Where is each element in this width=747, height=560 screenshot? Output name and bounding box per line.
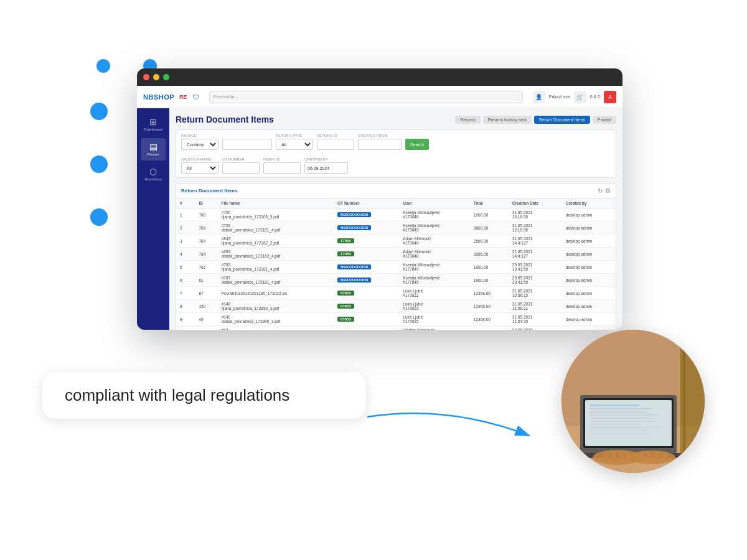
svg-rect-8 <box>590 411 646 413</box>
settings-icon[interactable]: ⚙ <box>605 187 611 194</box>
svg-rect-11 <box>590 421 655 422</box>
sidebar-item-prozori[interactable]: ▤ Prozori <box>141 138 166 161</box>
cell-total: 1000.00 <box>470 208 509 222</box>
shield-icon: 🛡 <box>192 93 199 101</box>
return-id-input[interactable] <box>317 139 354 150</box>
cell-num: 5 <box>176 261 195 274</box>
table-row[interactable]: 6 61 #187dobak_povratnica_172181_4.pdf N… <box>176 274 616 287</box>
prozori-icon: ▤ <box>149 142 157 151</box>
created-by-input[interactable] <box>304 162 348 174</box>
cell-user: Ksenija Milosavljević#173046 <box>399 208 470 222</box>
nav-search-box[interactable]: Pretrežite... <box>209 91 523 103</box>
roostblue-icon: ⬡ <box>149 167 157 176</box>
cell-date: 31.05.202114:4:127 <box>509 235 562 248</box>
date-from-input[interactable] <box>358 139 402 150</box>
laptop-illustration <box>561 330 705 473</box>
sidebar: ⊞ Dashboard ▤ Prozori ⬡ Roostblue <box>137 108 169 330</box>
svg-rect-23 <box>639 452 644 461</box>
sidebar-item-dashboard[interactable]: ⊞ Dashboard <box>141 113 166 136</box>
cell-filename: #140tijana_povratnica_172890_3.pdf <box>218 300 334 313</box>
browser-chrome <box>137 68 622 86</box>
cell-ot-number: NBXXXXXXXD0 <box>334 274 399 287</box>
cell-ot-number: 17484 <box>334 235 399 248</box>
col-num: # <box>176 198 195 208</box>
user-icon[interactable]: A <box>604 91 616 103</box>
tab-returns-history[interactable]: Returns history sent <box>483 116 532 124</box>
prikazise-btn[interactable]: 👤 <box>533 91 545 103</box>
cell-total: 2890.00 <box>470 326 509 330</box>
table-row[interactable]: 1 760 #760tijana_povratnica_172105_3.pdf… <box>176 208 616 222</box>
arrow-svg <box>361 404 535 467</box>
search-placeholder: Pretrežite... <box>214 94 239 100</box>
col-created-by: Created by <box>562 198 616 208</box>
cell-total: 12368.00 <box>470 300 509 313</box>
browser-window: NBSHOP RE 🛡 Pretrežite... 👤 Prikaži sve … <box>137 68 622 330</box>
table-row[interactable]: 2 789 #793dobak_povratnica_172181_4.pdf … <box>176 222 616 235</box>
tab-return-document-items[interactable]: Return Document Items <box>534 116 590 124</box>
filter-created-by: Created by <box>304 157 348 174</box>
search-button[interactable]: Search <box>405 139 429 150</box>
cell-num: 8 <box>176 300 195 313</box>
cell-ot-number: NBXXXXXXXD0 <box>334 326 399 330</box>
cell-filename: #187dobak_povratnica_172181_4.pdf <box>218 274 334 287</box>
cell-user: Adjan Milenović#173048 <box>399 235 470 248</box>
prikazise-label: Prikaži sve <box>549 95 570 99</box>
roostblue-label: Roostblue <box>144 177 161 181</box>
data-table: # ID File name OT Number User Total Crea… <box>176 198 616 330</box>
created-by-label: Created by <box>304 157 348 161</box>
ot-badge: 87653 <box>337 304 354 309</box>
cell-id: 150 <box>195 300 217 313</box>
table-row[interactable]: 3 784 #843tijana_povratnica_172162_2.pdf… <box>176 235 616 248</box>
cell-total: 12368.00 <box>470 313 509 326</box>
cell-created-by: desktop admin <box>562 326 616 330</box>
cell-num: 9 <box>176 313 195 326</box>
sales-channel-label: Sales channel <box>181 157 218 161</box>
cart-btn[interactable]: 🛒 <box>574 91 586 103</box>
table-card-actions: ↻ ⚙ <box>598 187 611 194</box>
table-row[interactable]: 7 87 Povratnica30120203185_172022.xls 87… <box>176 287 616 300</box>
col-user: User <box>399 198 470 208</box>
refresh-icon[interactable]: ↻ <box>598 187 603 194</box>
brand-suffix: RE <box>179 94 187 100</box>
svg-rect-14 <box>590 430 646 431</box>
svg-rect-20 <box>611 451 616 461</box>
index-id-input[interactable] <box>263 162 301 174</box>
tab-printed[interactable]: Printed <box>593 116 616 124</box>
brand-logo: NBSHOP <box>143 93 174 101</box>
cell-date: 31.05.202111:54:35 <box>509 313 562 326</box>
cell-id: 784 <box>195 248 217 261</box>
invoice-select[interactable]: Contains <box>181 139 218 150</box>
table-row[interactable]: 9 46 #140dobak_povratnica_172990_3.pdf 8… <box>176 313 616 326</box>
close-dot[interactable] <box>143 74 149 80</box>
table-row[interactable]: 5 762 #783tijana_povratnica_172181_4.pdf… <box>176 261 616 274</box>
cell-total: 1000.00 <box>470 274 509 287</box>
arrow-container <box>361 404 535 469</box>
minimize-dot[interactable] <box>153 74 159 80</box>
cell-ot-number: NBXXXXXXXD0 <box>334 261 399 274</box>
cell-num: 10 <box>176 326 195 330</box>
cell-filename: #140dobak_povratnica_172990_3.pdf <box>218 313 334 326</box>
cell-date: 29.05.202113:41:50 <box>509 261 562 274</box>
return-type-select[interactable]: All <box>276 139 313 150</box>
tab-returns[interactable]: Returns <box>455 116 481 124</box>
cell-created-by: desktop admin <box>562 274 616 287</box>
cell-filename: #44Povratnica30120291998_172887.xls <box>218 326 334 330</box>
table-row[interactable]: 10 44 #44Povratnica30120291998_172887.xl… <box>176 326 616 330</box>
table-row[interactable]: 8 150 #140tijana_povratnica_172890_3.pdf… <box>176 300 616 313</box>
cell-num: 6 <box>176 274 195 287</box>
callout-text: compliant with legal regulations <box>65 386 289 404</box>
cell-created-by: desktop admin <box>562 261 616 274</box>
cell-date: 03.06.202210:18:65 <box>509 326 562 330</box>
table-row[interactable]: 4 784 #693dobak_povratnica_172162_4.pdf … <box>176 248 616 261</box>
cell-date: 31.05.202111:58:21 <box>509 300 562 313</box>
svg-rect-10 <box>590 418 649 419</box>
sidebar-item-roostblue[interactable]: ⬡ Roostblue <box>141 163 166 185</box>
col-creation-date: Creation Date <box>509 198 562 208</box>
ot-number-input[interactable] <box>222 162 260 174</box>
maximize-dot[interactable] <box>163 74 169 80</box>
cart-label: 0 & 0 <box>590 95 600 99</box>
ot-badge: 17484 <box>337 251 354 256</box>
header-tabs: Returns Returns history sent Return Docu… <box>455 116 616 124</box>
sales-channel-select[interactable]: All <box>181 162 218 174</box>
invoice-input[interactable] <box>222 139 272 150</box>
